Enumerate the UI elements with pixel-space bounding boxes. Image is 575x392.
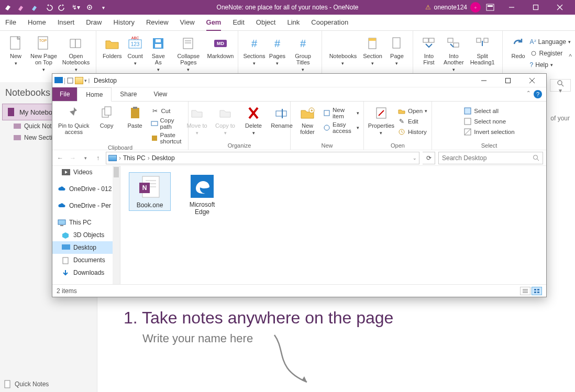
fe-search-input[interactable] (442, 154, 533, 162)
file-book-one[interactable]: N Book.one (129, 172, 171, 211)
menu-insert[interactable]: Insert (58, 15, 75, 31)
fe-paste-shortcut[interactable]: Paste shortcut (151, 132, 184, 144)
fe-copy-path[interactable]: Copy path (151, 117, 184, 130)
fe-tab-share[interactable]: Share (112, 87, 145, 101)
fe-forward-button[interactable]: → (68, 153, 78, 163)
fe-tab-view[interactable]: View (145, 87, 175, 101)
fe-view-details[interactable] (520, 287, 530, 295)
fe-properties[interactable]: Properties▾ (368, 105, 394, 136)
fe-breadcrumb[interactable]: › This PC › Desktop ⌄ (106, 152, 419, 164)
ribbon-save-as[interactable]: Save As▾ (147, 34, 170, 74)
quicknotes-button[interactable]: Quick Notes (3, 379, 49, 389)
fe-help-icon[interactable]: ? (534, 90, 542, 98)
ribbon-into-another[interactable]: Into Another▾ (440, 34, 467, 74)
nav-downloads[interactable]: Downloads (52, 266, 120, 279)
fe-file-list[interactable]: N Book.one Microsoft Edge (120, 166, 546, 284)
nav-videos[interactable]: Videos (52, 166, 120, 178)
ribbon-sections[interactable]: #Sections▾ (242, 34, 266, 68)
fe-move-to[interactable]: Move to▾ (184, 105, 209, 136)
collapse-ribbon-icon[interactable]: ^ (569, 53, 572, 60)
more-icon[interactable]: ▾ (98, 3, 108, 12)
highlighter-icon[interactable] (17, 3, 26, 12)
tool-icon[interactable]: ↯▾ (71, 3, 81, 12)
user-account[interactable]: ⚠ onenote124 ◦ (425, 2, 481, 13)
fe-tab-file[interactable]: File (52, 87, 77, 101)
ribbon-split-heading[interactable]: Split Heading1 (467, 34, 498, 66)
crumb-desktop[interactable]: Desktop (152, 154, 175, 162)
chevron-right-icon[interactable]: › (148, 154, 150, 162)
fe-refresh-button[interactable]: ⟳ (423, 152, 435, 164)
gear-icon[interactable] (85, 3, 94, 12)
fe-cut[interactable]: ✂Cut (151, 107, 184, 115)
fe-copy[interactable]: Copy (94, 105, 119, 129)
ribbon-pages[interactable]: #Pages▾ (266, 34, 289, 68)
pen-icon[interactable] (30, 3, 40, 12)
ribbon-into-first[interactable]: Into First (417, 34, 440, 66)
menu-link[interactable]: Link (287, 15, 300, 31)
nav-scrollbar[interactable] (113, 166, 120, 284)
fe-view-icons[interactable] (532, 287, 542, 295)
undo-icon[interactable] (44, 3, 53, 12)
ribbon-help[interactable]: ?Help ▾ (530, 61, 571, 69)
menu-edit[interactable]: Edit (233, 15, 244, 31)
fe-back-button[interactable]: ← (56, 153, 65, 163)
fe-close-button[interactable] (520, 74, 544, 87)
maximize-button[interactable] (524, 0, 548, 15)
crumb-this-pc[interactable]: This PC (123, 154, 146, 162)
ribbon-folders[interactable]: Folders (101, 34, 124, 60)
close-button[interactable] (548, 0, 572, 15)
ribbon-redo[interactable]: Redo (507, 34, 530, 60)
fe-tab-home[interactable]: Home (77, 87, 112, 102)
nav-desktop[interactable]: Desktop (52, 241, 120, 254)
fe-history[interactable]: History (397, 128, 427, 136)
fe-new-item[interactable]: New item ▾ (323, 107, 359, 119)
fe-recent-dropdown[interactable]: ▾ (81, 153, 90, 163)
menu-history[interactable]: History (114, 15, 135, 31)
nav-this-pc[interactable]: This PC (52, 216, 120, 229)
fe-up-button[interactable]: ↑ (93, 153, 103, 163)
file-edge[interactable]: Microsoft Edge (181, 172, 223, 217)
fe-select-all[interactable]: Select all (463, 107, 514, 115)
ribbon-page[interactable]: Page▾ (385, 34, 408, 68)
redo-icon[interactable] (58, 3, 67, 12)
ribbon-group-titles[interactable]: #Group Titles▾ (289, 34, 317, 74)
ribbon-new-page-top[interactable]: TOPNew Page on Top▾ (27, 34, 60, 74)
fe-easy-access[interactable]: Easy access ▾ (323, 121, 359, 134)
ribbon-markdown[interactable]: MDMarkdown (207, 34, 234, 60)
fe-maximize-button[interactable] (496, 74, 520, 87)
fe-collapse-ribbon-icon[interactable]: ⌃ (526, 90, 530, 96)
fe-pin-quick-access[interactable]: Pin to Quick access (57, 105, 91, 135)
fe-paste[interactable]: Paste (123, 105, 148, 129)
scrollbar-thumb[interactable] (114, 167, 119, 177)
ribbon-open-notebooks[interactable]: Open Notebooks▾ (60, 34, 92, 74)
eraser-icon[interactable] (3, 3, 13, 12)
fe-copy-to[interactable]: Copy to▾ (213, 105, 238, 136)
fe-open[interactable]: Open ▾ (397, 107, 427, 115)
fe-new-folder[interactable]: ✦New folder (295, 105, 320, 135)
chevron-right-icon[interactable]: › (119, 154, 121, 162)
ribbon-display-icon[interactable] (486, 4, 494, 11)
fe-edit[interactable]: ✎Edit (397, 117, 427, 126)
menu-draw[interactable]: Draw (86, 15, 102, 31)
ribbon-new[interactable]: New▾ (4, 34, 27, 68)
menu-gem[interactable]: Gem (206, 15, 222, 31)
ribbon-section[interactable]: Section▾ (360, 34, 385, 68)
menu-review[interactable]: Review (146, 15, 169, 31)
nav-3d-objects[interactable]: 3D Objects (52, 229, 120, 241)
ribbon-collapse-pages[interactable]: Collapse Pages▾ (170, 34, 207, 74)
menu-view[interactable]: View (180, 15, 195, 31)
fe-select-none[interactable]: Select none (463, 117, 514, 126)
fe-delete[interactable]: Delete▾ (241, 105, 266, 136)
ribbon-count[interactable]: 123ABCCount▾ (124, 34, 147, 68)
ribbon-register[interactable]: Register (530, 50, 571, 57)
fe-search-box[interactable] (438, 152, 543, 164)
fe-invert-selection[interactable]: Invert selection (463, 128, 514, 136)
ribbon-language[interactable]: AᶻLanguage ▾ (530, 38, 571, 46)
menu-home[interactable]: Home (28, 15, 46, 31)
props-qat-icon[interactable] (67, 77, 74, 84)
menu-cooperation[interactable]: Cooperation (311, 15, 348, 31)
fe-minimize-button[interactable] (472, 74, 496, 87)
nav-documents[interactable]: Documents (52, 254, 120, 266)
ribbon-notebooks[interactable]: Notebooks▾ (326, 34, 360, 68)
nav-onedrive-2[interactable]: OneDrive - Per (52, 199, 120, 212)
